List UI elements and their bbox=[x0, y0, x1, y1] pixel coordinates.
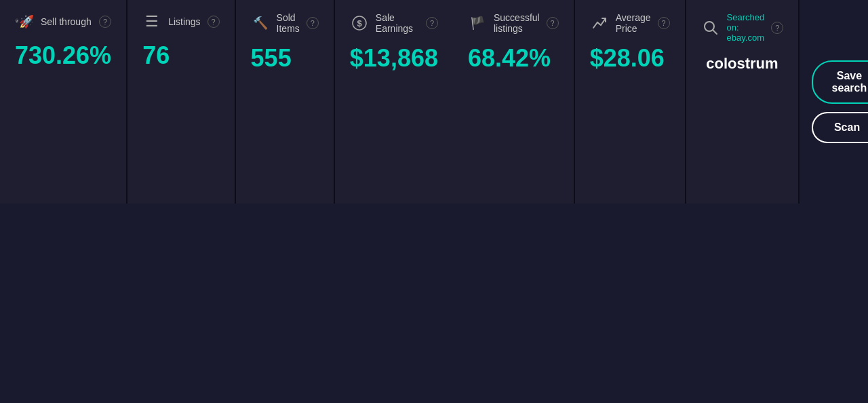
average-price-title: Average Price bbox=[616, 12, 651, 34]
save-search-button[interactable]: Save search bbox=[812, 60, 868, 104]
action-card: Save search Scan bbox=[800, 0, 868, 204]
sell-through-card: 🚀 Sell through ? 730.26% bbox=[0, 0, 126, 204]
sale-earnings-card: $ Sale Earnings ? $13,868 bbox=[335, 0, 453, 204]
listings-card: ☰ Listings ? 76 bbox=[127, 0, 234, 204]
scan-button[interactable]: Scan bbox=[812, 112, 868, 143]
sold-items-value: 555 bbox=[251, 41, 319, 71]
listings-value: 76 bbox=[142, 38, 219, 68]
sell-through-title: Sell through bbox=[41, 16, 92, 27]
listings-help[interactable]: ? bbox=[208, 16, 220, 28]
successful-listings-card: 🏴 Successful listings ? 68.42% bbox=[453, 0, 574, 204]
average-price-value: $28.06 bbox=[590, 41, 670, 71]
search-term: colostrum bbox=[701, 55, 784, 73]
gavel-icon: 🔨 bbox=[251, 14, 270, 33]
list-icon: ☰ bbox=[142, 12, 161, 31]
searched-on-card: Searched on: ebay.com ? colostrum bbox=[686, 0, 799, 204]
successful-listings-value: 68.42% bbox=[468, 41, 559, 71]
trend-icon bbox=[590, 14, 609, 33]
sold-items-card: 🔨 Sold Items ? 555 bbox=[236, 0, 334, 204]
sell-through-help[interactable]: ? bbox=[99, 16, 111, 28]
top-row: 🚀 Sell through ? 730.26% ☰ Listings ? 76… bbox=[0, 0, 453, 204]
sale-earnings-value: $13,868 bbox=[350, 41, 438, 71]
average-price-card: Average Price ? $28.06 bbox=[575, 0, 685, 204]
flag-icon: 🏴 bbox=[468, 14, 487, 33]
rocket-icon: 🚀 bbox=[15, 12, 34, 31]
searched-on-label: Searched on: ebay.com bbox=[727, 12, 765, 43]
search-site: ebay.com bbox=[727, 33, 764, 43]
sold-items-help[interactable]: ? bbox=[307, 17, 319, 29]
save-search-label: Save search bbox=[829, 70, 868, 94]
mid-row: 🏴 Successful listings ? 68.42% Average P… bbox=[453, 0, 868, 204]
sale-earnings-help[interactable]: ? bbox=[426, 17, 438, 29]
search-info: Searched on: ebay.com bbox=[727, 12, 765, 43]
search-icon bbox=[701, 18, 720, 37]
dollar-icon: $ bbox=[350, 14, 369, 33]
scan-label: Scan bbox=[834, 121, 860, 134]
searched-on-help[interactable]: ? bbox=[771, 22, 783, 34]
sale-earnings-title: Sale Earnings bbox=[376, 12, 419, 34]
svg-line-4 bbox=[713, 30, 717, 34]
listings-title: Listings bbox=[168, 16, 200, 27]
successful-listings-help[interactable]: ? bbox=[547, 17, 559, 29]
sold-items-title: Sold Items bbox=[277, 12, 300, 34]
successful-listings-title: Successful listings bbox=[494, 12, 540, 34]
sell-through-value: 730.26% bbox=[15, 38, 111, 68]
average-price-help[interactable]: ? bbox=[658, 17, 670, 29]
dashboard: 🚀 Sell through ? 730.26% ☰ Listings ? 76… bbox=[0, 0, 868, 204]
svg-text:$: $ bbox=[357, 18, 362, 28]
